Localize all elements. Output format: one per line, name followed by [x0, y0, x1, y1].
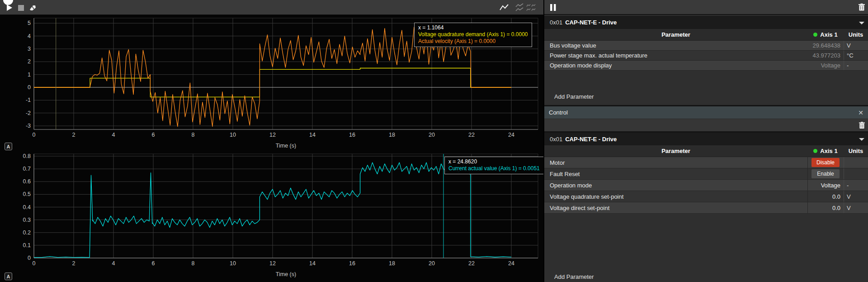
parameter-row[interactable]: Bus voltage value29.648438V	[544, 41, 868, 51]
svg-text:4: 4	[112, 260, 115, 267]
svg-text:0: 0	[33, 132, 36, 138]
svg-text:0.4: 0.4	[23, 204, 31, 210]
svg-text:2: 2	[28, 58, 31, 65]
parameter-row[interactable]: Voltage direct set-point0.0V	[544, 202, 868, 214]
parameter-name: Motor	[544, 159, 807, 166]
node-id: 0x01	[550, 136, 562, 143]
units-column-header: Units	[844, 148, 868, 154]
watcher-panel: 0x01 CAP-NET-E - Drive Parameter Axis 1 …	[544, 0, 868, 282]
clear-plots-button[interactable]	[28, 3, 38, 13]
svg-text:0.2: 0.2	[23, 229, 31, 236]
quad-plot-view-icon[interactable]	[526, 3, 536, 13]
close-icon[interactable]: ✕	[858, 110, 863, 116]
control-toolbar	[544, 119, 868, 131]
svg-text:0.3: 0.3	[23, 217, 31, 223]
scope-and-drive-app: 024681012141618202224543210-1-2-3Time (s…	[0, 0, 868, 282]
parameter-value[interactable]: 0.0	[807, 191, 844, 202]
svg-text:6: 6	[152, 260, 155, 267]
tooltip-series-value: Current actual value (Axis 1) = 0.0051	[448, 165, 540, 172]
parameter-value[interactable]: Voltage	[807, 180, 844, 191]
parameter-units: V	[844, 202, 868, 213]
stop-button[interactable]	[16, 3, 26, 13]
svg-text:0.7: 0.7	[23, 166, 31, 172]
delete-watcher-icon[interactable]	[859, 3, 865, 11]
table-header: Parameter Axis 1 Units	[544, 29, 868, 41]
autoscale-button-top-chart[interactable]: A	[5, 143, 12, 150]
axis-column-header: Axis 1	[820, 148, 837, 154]
add-parameter-button[interactable]: Add Parameter	[554, 93, 594, 100]
svg-text:6: 6	[152, 132, 155, 138]
svg-text:0.6: 0.6	[23, 178, 31, 185]
svg-text:20: 20	[429, 260, 435, 267]
parameter-value: 29.648438	[807, 42, 844, 49]
chevron-down-icon[interactable]	[859, 138, 864, 141]
pause-button[interactable]	[548, 2, 558, 12]
add-parameter-button[interactable]: Add Parameter	[554, 273, 594, 280]
svg-text:Time (s): Time (s)	[276, 271, 296, 277]
parameter-row[interactable]: Voltage quadrature set-point0.0V	[544, 191, 868, 202]
svg-text:2: 2	[72, 260, 75, 267]
control-section-title: Control	[549, 109, 568, 116]
svg-text:5: 5	[28, 20, 31, 26]
parameter-row[interactable]: Operation modeVoltage-	[544, 180, 868, 191]
enable-button[interactable]: Enable	[811, 169, 840, 178]
svg-text:0: 0	[28, 255, 31, 261]
control-section-header: Control ✕	[544, 106, 868, 119]
svg-text:12: 12	[269, 260, 276, 267]
svg-text:12: 12	[269, 132, 276, 138]
axis-status-dot	[813, 149, 817, 153]
svg-text:22: 22	[468, 260, 475, 267]
svg-text:14: 14	[309, 132, 316, 138]
tooltip-x-value: x = 1.1064	[418, 24, 528, 31]
svg-text:-3: -3	[26, 123, 31, 129]
parameter-value[interactable]: 0.0	[807, 202, 844, 213]
parameter-name: Power stage max. actual temperature	[544, 52, 807, 59]
parameter-column-header: Parameter	[544, 148, 807, 154]
parameter-units: -	[844, 61, 868, 70]
chart-area: 024681012141618202224543210-1-2-3Time (s…	[0, 0, 543, 282]
svg-text:4: 4	[28, 33, 31, 39]
parameter-row[interactable]: Power stage max. actual temperature43.97…	[544, 51, 868, 61]
dual-plot-view-icon[interactable]	[514, 3, 524, 13]
axis-column-header: Axis 1	[820, 31, 837, 38]
svg-text:22: 22	[468, 132, 475, 138]
single-plot-view-icon[interactable]	[499, 3, 509, 13]
svg-text:0: 0	[33, 260, 36, 267]
svg-text:16: 16	[349, 260, 355, 267]
device-panel-header[interactable]: 0x01 CAP-NET-E - Drive	[544, 16, 868, 29]
tooltip-series-value: Voltage quadrature demand (Axis 1) = 0.0…	[418, 31, 528, 38]
axis-status-dot	[813, 33, 817, 37]
parameter-table: Bus voltage value29.648438VPower stage m…	[544, 41, 868, 71]
parameter-units: -	[844, 180, 868, 191]
svg-text:3: 3	[28, 46, 31, 52]
parameter-row[interactable]: MotorDisable	[544, 157, 868, 168]
bottom-chart-tooltip: x = 24.8620 Current actual value (Axis 1…	[444, 157, 543, 174]
svg-text:0: 0	[28, 84, 31, 91]
autoscale-button-bottom-chart[interactable]: A	[5, 272, 12, 280]
svg-text:8: 8	[192, 260, 195, 267]
svg-text:18: 18	[389, 260, 395, 267]
top-chart-tooltip: x = 1.1064 Voltage quadrature demand (Ax…	[414, 23, 532, 47]
svg-text:4: 4	[112, 132, 115, 138]
disable-button[interactable]: Disable	[811, 158, 840, 167]
watcher-toolbar	[544, 0, 868, 15]
parameter-units: °C	[844, 51, 868, 60]
delete-control-icon[interactable]	[859, 122, 865, 129]
svg-text:-1: -1	[26, 97, 31, 103]
chevron-down-icon[interactable]	[859, 22, 864, 24]
parameter-units: V	[844, 191, 868, 202]
svg-text:16: 16	[349, 132, 355, 138]
svg-text:14: 14	[309, 260, 316, 267]
parameter-name: Operation mode display	[544, 62, 807, 69]
parameter-value: 43.977203	[807, 52, 844, 59]
svg-text:-2: -2	[26, 110, 31, 116]
svg-text:Time (s): Time (s)	[276, 143, 296, 149]
svg-text:18: 18	[389, 132, 395, 138]
svg-text:8: 8	[192, 132, 195, 138]
parameter-row[interactable]: Fault ResetEnable	[544, 168, 868, 180]
parameter-name: Fault Reset	[544, 171, 807, 177]
parameter-column-header: Parameter	[544, 31, 807, 38]
device-panel-header[interactable]: 0x01 CAP-NET-E - Drive	[544, 133, 868, 145]
parameter-units	[844, 168, 868, 179]
parameter-row[interactable]: Operation mode displayVoltage-	[544, 61, 868, 71]
